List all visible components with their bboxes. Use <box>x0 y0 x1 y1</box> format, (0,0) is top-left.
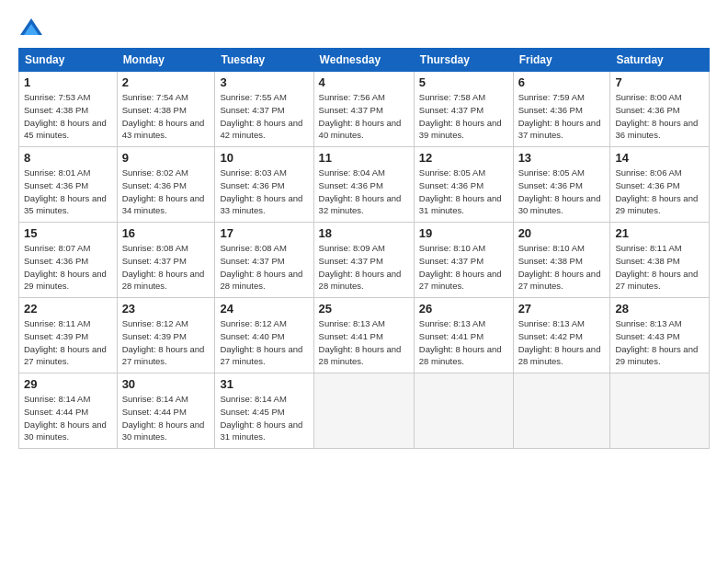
day-number: 1 <box>24 75 112 89</box>
day-info: Sunrise: 8:04 AMSunset: 4:36 PMDaylight:… <box>319 167 409 217</box>
day-info: Sunrise: 8:00 AMSunset: 4:36 PMDaylight:… <box>615 91 704 142</box>
day-number: 3 <box>220 75 308 89</box>
day-number: 26 <box>419 302 508 316</box>
calendar-cell: 15 Sunrise: 8:07 AMSunset: 4:36 PMDaylig… <box>19 223 118 298</box>
day-number: 17 <box>220 226 308 240</box>
page: SundayMondayTuesdayWednesdayThursdayFrid… <box>0 0 728 458</box>
calendar-cell: 22 Sunrise: 8:11 AMSunset: 4:39 PMDaylig… <box>19 298 118 373</box>
day-number: 11 <box>319 151 409 165</box>
day-number: 22 <box>24 302 112 316</box>
week-row-3: 15 Sunrise: 8:07 AMSunset: 4:36 PMDaylig… <box>19 223 710 298</box>
calendar-cell: 5 Sunrise: 7:58 AMSunset: 4:37 PMDayligh… <box>414 72 513 147</box>
day-info: Sunrise: 8:06 AMSunset: 4:36 PMDaylight:… <box>615 167 704 217</box>
calendar-cell <box>313 373 414 449</box>
weekday-header-sunday: Sunday <box>19 49 118 72</box>
header <box>18 17 710 42</box>
weekday-header-friday: Friday <box>513 49 610 72</box>
calendar-cell: 25 Sunrise: 8:13 AMSunset: 4:41 PMDaylig… <box>313 298 414 373</box>
week-row-1: 1 Sunrise: 7:53 AMSunset: 4:38 PMDayligh… <box>19 72 710 147</box>
day-info: Sunrise: 8:14 AMSunset: 4:44 PMDaylight:… <box>122 393 210 443</box>
calendar-cell: 31 Sunrise: 8:14 AMSunset: 4:45 PMDaylig… <box>215 373 313 449</box>
calendar-cell: 14 Sunrise: 8:06 AMSunset: 4:36 PMDaylig… <box>610 147 710 223</box>
day-info: Sunrise: 8:07 AMSunset: 4:36 PMDaylight:… <box>24 242 112 293</box>
day-number: 10 <box>220 151 308 165</box>
week-row-5: 29 Sunrise: 8:14 AMSunset: 4:44 PMDaylig… <box>19 373 710 449</box>
calendar-cell: 9 Sunrise: 8:02 AMSunset: 4:36 PMDayligh… <box>117 147 215 223</box>
day-info: Sunrise: 7:54 AMSunset: 4:38 PMDaylight:… <box>122 91 210 142</box>
calendar-cell: 17 Sunrise: 8:08 AMSunset: 4:37 PMDaylig… <box>215 223 313 298</box>
calendar-cell: 1 Sunrise: 7:53 AMSunset: 4:38 PMDayligh… <box>19 72 118 147</box>
weekday-header-monday: Monday <box>117 49 215 72</box>
calendar-cell: 18 Sunrise: 8:09 AMSunset: 4:37 PMDaylig… <box>313 223 414 298</box>
logo <box>18 17 46 42</box>
day-number: 14 <box>615 151 704 165</box>
day-number: 9 <box>122 151 210 165</box>
day-info: Sunrise: 8:13 AMSunset: 4:42 PMDaylight:… <box>518 317 606 368</box>
weekday-header-tuesday: Tuesday <box>215 49 313 72</box>
calendar-cell: 16 Sunrise: 8:08 AMSunset: 4:37 PMDaylig… <box>117 223 215 298</box>
day-info: Sunrise: 8:12 AMSunset: 4:40 PMDaylight:… <box>220 317 308 368</box>
calendar-cell: 7 Sunrise: 8:00 AMSunset: 4:36 PMDayligh… <box>610 72 710 147</box>
week-row-4: 22 Sunrise: 8:11 AMSunset: 4:39 PMDaylig… <box>19 298 710 373</box>
day-number: 15 <box>24 226 112 240</box>
day-info: Sunrise: 8:08 AMSunset: 4:37 PMDaylight:… <box>220 242 308 293</box>
calendar-cell: 26 Sunrise: 8:13 AMSunset: 4:41 PMDaylig… <box>414 298 513 373</box>
calendar-cell: 19 Sunrise: 8:10 AMSunset: 4:37 PMDaylig… <box>414 223 513 298</box>
day-info: Sunrise: 8:11 AMSunset: 4:38 PMDaylight:… <box>615 242 704 293</box>
calendar-cell: 2 Sunrise: 7:54 AMSunset: 4:38 PMDayligh… <box>117 72 215 147</box>
day-info: Sunrise: 8:10 AMSunset: 4:38 PMDaylight:… <box>518 242 606 293</box>
calendar-cell: 20 Sunrise: 8:10 AMSunset: 4:38 PMDaylig… <box>513 223 610 298</box>
logo-icon <box>18 17 44 42</box>
calendar-cell: 4 Sunrise: 7:56 AMSunset: 4:37 PMDayligh… <box>313 72 414 147</box>
day-info: Sunrise: 8:13 AMSunset: 4:41 PMDaylight:… <box>319 317 409 368</box>
calendar-cell: 8 Sunrise: 8:01 AMSunset: 4:36 PMDayligh… <box>19 147 118 223</box>
day-info: Sunrise: 8:05 AMSunset: 4:36 PMDaylight:… <box>518 167 606 217</box>
day-number: 19 <box>419 226 508 240</box>
calendar-cell: 28 Sunrise: 8:13 AMSunset: 4:43 PMDaylig… <box>610 298 710 373</box>
calendar-cell: 27 Sunrise: 8:13 AMSunset: 4:42 PMDaylig… <box>513 298 610 373</box>
day-number: 16 <box>122 226 210 240</box>
calendar-cell: 6 Sunrise: 7:59 AMSunset: 4:36 PMDayligh… <box>513 72 610 147</box>
calendar-cell: 30 Sunrise: 8:14 AMSunset: 4:44 PMDaylig… <box>117 373 215 449</box>
day-number: 27 <box>518 302 606 316</box>
day-number: 4 <box>319 75 409 89</box>
calendar-cell: 10 Sunrise: 8:03 AMSunset: 4:36 PMDaylig… <box>215 147 313 223</box>
day-info: Sunrise: 8:14 AMSunset: 4:45 PMDaylight:… <box>220 393 308 443</box>
day-number: 25 <box>319 302 409 316</box>
calendar-cell <box>610 373 710 449</box>
day-number: 31 <box>220 377 308 391</box>
day-number: 29 <box>24 377 112 391</box>
day-info: Sunrise: 8:10 AMSunset: 4:37 PMDaylight:… <box>419 242 508 293</box>
calendar-cell: 23 Sunrise: 8:12 AMSunset: 4:39 PMDaylig… <box>117 298 215 373</box>
day-info: Sunrise: 8:11 AMSunset: 4:39 PMDaylight:… <box>24 317 112 368</box>
weekday-header-row: SundayMondayTuesdayWednesdayThursdayFrid… <box>19 49 710 72</box>
day-number: 24 <box>220 302 308 316</box>
day-number: 8 <box>24 151 112 165</box>
day-number: 5 <box>419 75 508 89</box>
calendar-cell: 3 Sunrise: 7:55 AMSunset: 4:37 PMDayligh… <box>215 72 313 147</box>
weekday-header-saturday: Saturday <box>610 49 710 72</box>
day-info: Sunrise: 8:05 AMSunset: 4:36 PMDaylight:… <box>419 167 508 217</box>
day-info: Sunrise: 8:13 AMSunset: 4:41 PMDaylight:… <box>419 317 508 368</box>
day-info: Sunrise: 8:02 AMSunset: 4:36 PMDaylight:… <box>122 167 210 217</box>
day-number: 7 <box>615 75 704 89</box>
day-info: Sunrise: 7:55 AMSunset: 4:37 PMDaylight:… <box>220 91 308 142</box>
calendar-cell: 29 Sunrise: 8:14 AMSunset: 4:44 PMDaylig… <box>19 373 118 449</box>
day-info: Sunrise: 8:08 AMSunset: 4:37 PMDaylight:… <box>122 242 210 293</box>
day-info: Sunrise: 7:59 AMSunset: 4:36 PMDaylight:… <box>518 91 606 142</box>
calendar-cell <box>414 373 513 449</box>
calendar-cell <box>513 373 610 449</box>
calendar-cell: 13 Sunrise: 8:05 AMSunset: 4:36 PMDaylig… <box>513 147 610 223</box>
day-number: 12 <box>419 151 508 165</box>
day-number: 6 <box>518 75 606 89</box>
day-info: Sunrise: 7:56 AMSunset: 4:37 PMDaylight:… <box>319 91 409 142</box>
day-info: Sunrise: 7:58 AMSunset: 4:37 PMDaylight:… <box>419 91 508 142</box>
calendar-table: SundayMondayTuesdayWednesdayThursdayFrid… <box>18 48 710 449</box>
day-number: 30 <box>122 377 210 391</box>
weekday-header-wednesday: Wednesday <box>313 49 414 72</box>
calendar-cell: 11 Sunrise: 8:04 AMSunset: 4:36 PMDaylig… <box>313 147 414 223</box>
day-info: Sunrise: 8:01 AMSunset: 4:36 PMDaylight:… <box>24 167 112 217</box>
day-number: 21 <box>615 226 704 240</box>
day-info: Sunrise: 8:14 AMSunset: 4:44 PMDaylight:… <box>24 393 112 443</box>
day-number: 23 <box>122 302 210 316</box>
